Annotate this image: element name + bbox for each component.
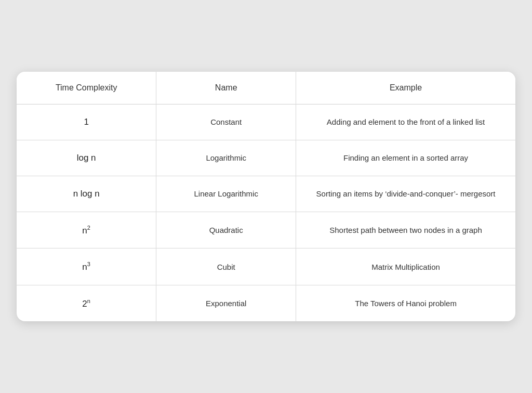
cell-complexity-1: log n [17,140,156,176]
cell-name-2: Linear Logarithmic [156,176,296,212]
cell-name-1: Logarithmic [156,140,296,176]
time-complexity-table: Time Complexity Name Example 1ConstantAd… [17,72,515,322]
table-row: n3CubitMatrix Multiplication [17,248,515,285]
header-name: Name [156,72,296,104]
table-row: 2nExponentialThe Towers of Hanoi problem [17,285,515,321]
cell-example-0: Adding and element to the front of a lin… [296,104,515,140]
cell-complexity-4: n3 [17,248,156,285]
cell-example-5: The Towers of Hanoi problem [296,285,515,321]
cell-complexity-2: n log n [17,176,156,212]
cell-example-1: Finding an element in a sorted array [296,140,515,176]
cell-name-5: Exponential [156,285,296,321]
cell-complexity-3: n2 [17,212,156,248]
cell-complexity-0: 1 [17,104,156,140]
cell-example-2: Sorting an items by ‘divide-and-conquer’… [296,176,515,212]
header-example: Example [296,72,515,104]
table-row: 1ConstantAdding and element to the front… [17,104,515,140]
header-complexity: Time Complexity [17,72,156,104]
cell-example-4: Matrix Multiplication [296,248,515,285]
cell-name-3: Quadratic [156,212,296,248]
table-row: n log nLinear LogarithmicSorting an item… [17,176,515,212]
cell-name-4: Cubit [156,248,296,285]
cell-name-0: Constant [156,104,296,140]
cell-example-3: Shortest path between two nodes in a gra… [296,212,515,248]
table-header-row: Time Complexity Name Example [17,72,515,104]
time-complexity-table-container: Time Complexity Name Example 1ConstantAd… [17,72,515,322]
table-row: n2QuadraticShortest path between two nod… [17,212,515,248]
cell-complexity-5: 2n [17,285,156,321]
table-row: log nLogarithmicFinding an element in a … [17,140,515,176]
